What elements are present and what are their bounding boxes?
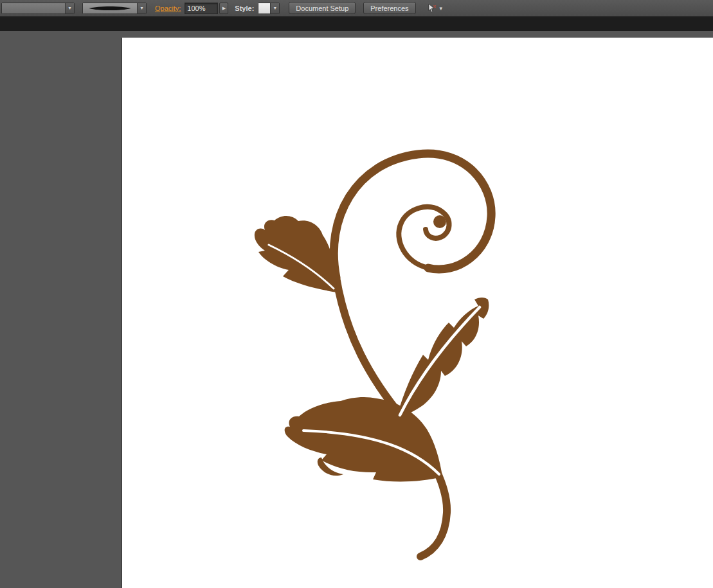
brush-definition-dropdown[interactable]: ▾ <box>82 3 147 14</box>
opacity-popup-button[interactable]: ▶ <box>219 3 228 14</box>
tapered-stroke-icon <box>85 4 135 12</box>
leaf-right <box>396 298 489 419</box>
chevron-down-icon[interactable]: ▾ <box>137 3 146 13</box>
pasteboard[interactable] <box>0 31 122 588</box>
style-swatch <box>258 3 270 13</box>
leaf-lower-left <box>285 397 442 482</box>
illustrator-window: ▾ ▾ Opacity: ▶ Style: ▾ Document Setu <box>0 0 713 588</box>
style-label: Style: <box>235 4 254 12</box>
select-similar-icon[interactable] <box>426 3 438 14</box>
stroke-profile-preview <box>2 3 65 13</box>
preferences-button[interactable]: Preferences <box>363 2 415 14</box>
chevron-down-icon[interactable]: ▾ <box>65 3 74 13</box>
chevron-glyph: ▾ <box>274 6 276 11</box>
chevron-glyph: ▾ <box>140 6 143 11</box>
opacity-input[interactable] <box>185 3 218 14</box>
artboard-canvas[interactable] <box>122 38 713 588</box>
brush-stroke-preview-icon <box>83 3 137 13</box>
chevron-glyph: ▾ <box>68 6 71 11</box>
stroke-profile-dropdown[interactable]: ▾ <box>1 3 75 14</box>
chevron-down-icon[interactable]: ▾ <box>270 3 279 13</box>
opacity-link[interactable]: Opacity: <box>155 4 181 12</box>
control-bar: ▾ ▾ Opacity: ▶ Style: ▾ Document Setu <box>0 0 713 17</box>
graphic-style-dropdown[interactable]: ▾ <box>258 3 280 14</box>
secondary-bar <box>0 17 713 31</box>
document-setup-button[interactable]: Document Setup <box>289 2 356 14</box>
chevron-down-icon[interactable]: ▾ <box>440 5 443 12</box>
canvas-workspace <box>0 31 713 588</box>
floral-flourish-artwork[interactable] <box>122 38 713 588</box>
selection-cursor-icon <box>427 3 437 13</box>
spiral-center-dot <box>433 215 446 228</box>
right-arrow-icon: ▶ <box>222 6 226 11</box>
